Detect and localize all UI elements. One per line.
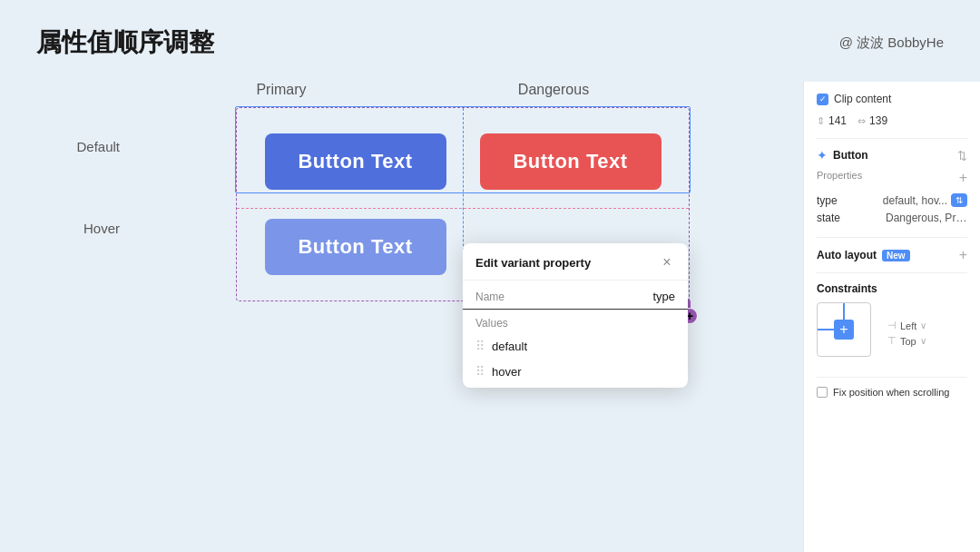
right-panel: Clip content ⇕ 141 ⇔ 139 ✦ Button ⇅ Prop…	[803, 82, 980, 552]
modal-name-row: Name type	[463, 281, 688, 310]
component-settings-icon[interactable]: ⇅	[957, 149, 967, 163]
header: 属性值顺序调整 @ 波波 BobbyHe	[0, 0, 980, 71]
width-item: ⇕ 141	[817, 114, 847, 127]
width-icon: ⇕	[817, 115, 825, 127]
properties-header: Properties +	[817, 170, 967, 186]
auto-layout-row: Auto layout New +	[817, 247, 967, 263]
dangerous-default-cell: Button Text	[463, 130, 678, 193]
constraint-top-line	[843, 303, 845, 320]
height-item: ⇔ 139	[858, 114, 887, 127]
drag-handle-hover[interactable]: ⠿	[475, 364, 485, 379]
property-type-edit-button[interactable]: ⇅	[951, 193, 967, 207]
constraint-top-option[interactable]: ⊤ Top ∨	[887, 335, 926, 347]
property-type-value: default, hov...	[883, 194, 947, 207]
modal-name-label: Name	[475, 291, 505, 303]
dimensions-row: ⇕ 141 ⇔ 139	[817, 114, 967, 127]
column-labels: Primary Dangerous	[145, 82, 690, 98]
modal-value-default[interactable]: ⠿ default	[475, 333, 675, 359]
constraints-section: Constraints ⊣ Left ∨ ⊤ Top ∨	[817, 282, 967, 364]
constraint-left-label: Left	[900, 320, 916, 331]
dangerous-default-button[interactable]: Button Text	[480, 133, 662, 190]
constraints-diagram	[817, 302, 871, 357]
properties-label: Properties	[817, 170, 862, 181]
component-icon: ✦	[817, 148, 828, 163]
divider-4	[817, 377, 967, 378]
fix-position-label: Fix position when scrolling	[833, 387, 949, 398]
property-type-row: type default, hov... ⇅	[817, 193, 967, 207]
constraint-left-line	[818, 329, 834, 330]
clip-content-checkbox[interactable]	[817, 94, 828, 105]
row-label-hover: Hover	[36, 221, 136, 236]
page-title: 属性值顺序调整	[36, 25, 214, 60]
constraint-top-arrow-icon: ⊤	[887, 335, 897, 347]
property-state-key: state	[817, 212, 840, 224]
col-label-primary: Primary	[145, 82, 417, 98]
drag-handle-default[interactable]: ⠿	[475, 339, 485, 353]
fix-position-row: Fix position when scrolling	[817, 387, 967, 398]
divider-3	[817, 272, 967, 273]
property-state-value: Dangerous, Prim...	[886, 212, 967, 224]
divider-1	[817, 138, 967, 139]
modal-value-hover-text: hover	[492, 365, 522, 379]
constraint-options: ⊣ Left ∨ ⊤ Top ∨	[887, 320, 926, 347]
modal-values-label: Values	[475, 317, 675, 330]
new-badge: New	[882, 250, 910, 261]
edit-variant-modal: Edit variant property Name type Values ⠿…	[463, 243, 688, 388]
constraint-left-option[interactable]: ⊣ Left ∨	[887, 320, 926, 331]
auto-layout-add-icon[interactable]: +	[959, 247, 967, 263]
property-state-row: state Dangerous, Prim...	[817, 212, 967, 224]
component-section-header: ✦ Button ⇅	[817, 148, 967, 163]
clip-content-label: Clip content	[834, 93, 891, 105]
constraint-box	[817, 302, 871, 357]
properties-section: Properties + type default, hov... ⇅ stat…	[817, 170, 967, 224]
modal-value-hover[interactable]: ⠿ hover	[475, 359, 675, 384]
modal-values-section: Values ⠿ default ⠿ hover	[463, 310, 688, 388]
auto-layout-label: Auto layout	[817, 249, 877, 261]
row-label-default: Default	[36, 139, 136, 154]
properties-add-icon[interactable]: +	[959, 170, 967, 186]
width-value[interactable]: 141	[828, 114, 847, 127]
col-label-dangerous: Dangerous	[417, 82, 690, 98]
property-type-key: type	[817, 194, 838, 207]
constraint-top-label: Top	[900, 336, 916, 347]
modal-title: Edit variant property	[475, 256, 591, 270]
primary-hover-cell: Button Text	[248, 215, 463, 279]
modal-close-button[interactable]	[659, 254, 675, 271]
primary-default-button[interactable]: Button Text	[265, 133, 446, 190]
constraint-inner[interactable]	[834, 320, 854, 340]
fix-position-checkbox[interactable]	[817, 387, 828, 398]
author-credit: @ 波波 BobbyHe	[839, 34, 944, 52]
height-value[interactable]: 139	[869, 114, 887, 127]
clip-content-row: Clip content	[817, 93, 967, 105]
primary-hover-button[interactable]: Button Text	[265, 219, 446, 275]
modal-value-default-text: default	[492, 340, 527, 353]
constraint-left-arrow-icon: ⊣	[887, 320, 897, 331]
height-icon: ⇔	[858, 115, 866, 127]
component-name: Button	[833, 149, 868, 162]
constraints-title: Constraints	[817, 282, 967, 295]
modal-name-value[interactable]: type	[652, 290, 675, 303]
primary-default-cell: Button Text	[248, 130, 463, 193]
horizontal-divider	[237, 208, 689, 209]
modal-header: Edit variant property	[463, 243, 688, 281]
divider-2	[817, 237, 967, 238]
